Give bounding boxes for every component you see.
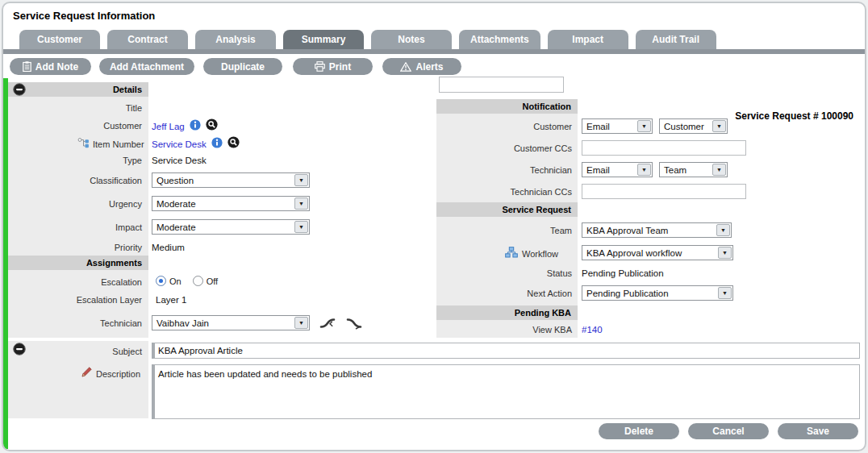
- alerts-button[interactable]: Alerts: [382, 58, 461, 75]
- technician-ccs-input[interactable]: [582, 184, 746, 199]
- chevron-down-icon: ▼: [294, 317, 308, 329]
- toolbar: Add Note Add Attachment Duplicate Print …: [3, 54, 865, 78]
- print-label: Print: [329, 61, 351, 73]
- alerts-label: Alerts: [415, 61, 443, 73]
- team-select[interactable]: KBA Approval Team ▼: [582, 222, 732, 238]
- print-button[interactable]: Print: [293, 58, 373, 75]
- delete-button[interactable]: Delete: [599, 423, 679, 439]
- type-label: Type: [3, 156, 142, 165]
- tab-notes[interactable]: Notes: [371, 30, 452, 49]
- service-request-number: Service Request # 100090: [735, 110, 853, 122]
- duplicate-button[interactable]: Duplicate: [203, 58, 282, 75]
- collapse-details-icon[interactable]: [13, 83, 26, 96]
- chevron-down-icon: ▼: [294, 174, 308, 186]
- urgency-value: Moderate: [152, 199, 294, 209]
- impact-select[interactable]: Moderate ▼: [152, 219, 310, 235]
- tab-strip: Customer Contract Analysis Summary Notes…: [19, 30, 716, 49]
- next-action-select[interactable]: Pending Publication ▼: [582, 285, 733, 301]
- description-textarea[interactable]: Article has been updated and needs to be…: [152, 364, 860, 419]
- chevron-down-icon: ▼: [712, 164, 726, 176]
- urgency-label: Urgency: [3, 199, 142, 209]
- escalation-actions: [319, 315, 365, 333]
- escalation-off-radio[interactable]: Off: [193, 276, 218, 286]
- duplicate-label: Duplicate: [221, 61, 265, 73]
- tab-contract[interactable]: Contract: [107, 30, 188, 49]
- info-icon[interactable]: [211, 137, 223, 152]
- priority-value: Medium: [152, 243, 185, 252]
- escalation-radio-group: On Off: [156, 276, 218, 286]
- cancel-button[interactable]: Cancel: [688, 423, 769, 439]
- tab-attachments[interactable]: Attachments: [459, 30, 540, 49]
- technician-select[interactable]: Vaibhav Jain ▼: [152, 315, 310, 330]
- type-value: Service Desk: [152, 156, 207, 165]
- escalation-layer-value: Layer 1: [156, 295, 186, 305]
- customer-link[interactable]: Jeff Lag: [152, 122, 185, 131]
- search-icon[interactable]: [206, 118, 218, 134]
- item-hierarchy-icon: [77, 137, 90, 152]
- tab-customer[interactable]: Customer: [19, 30, 100, 49]
- status-label: Status: [436, 268, 572, 278]
- team-label: Team: [436, 226, 572, 235]
- notification-section-header: Notification: [436, 99, 578, 114]
- view-kba-link[interactable]: #140: [582, 325, 603, 335]
- service-request-window: Service Request Information Customer Con…: [2, 2, 866, 451]
- escalate-icon[interactable]: [319, 315, 338, 333]
- add-attachment-button[interactable]: Add Attachment: [99, 58, 194, 75]
- urgency-select[interactable]: Moderate ▼: [152, 196, 310, 211]
- tab-analysis[interactable]: Analysis: [195, 30, 276, 49]
- save-button[interactable]: Save: [778, 423, 858, 439]
- technician-ccs-label: Technician CCs: [436, 187, 572, 197]
- technician-method-select[interactable]: Email ▼: [582, 162, 653, 177]
- notification-top-input[interactable]: [439, 77, 564, 93]
- note-icon: [23, 61, 31, 72]
- chevron-down-icon: ▼: [718, 247, 732, 259]
- radio-unselected-icon: [193, 276, 203, 286]
- impact-value: Moderate: [152, 222, 294, 232]
- team-value: KBA Approval Team: [582, 226, 716, 235]
- chevron-down-icon: ▼: [294, 197, 308, 210]
- subject-label: Subject: [3, 347, 142, 356]
- workflow-value: KBA Approval workflow: [582, 248, 718, 258]
- add-note-button[interactable]: Add Note: [10, 58, 91, 75]
- chevron-down-icon: ▼: [712, 120, 726, 132]
- customer-value-row: Jeff Lag: [152, 118, 218, 134]
- next-action-value: Pending Publication: [582, 289, 718, 298]
- classification-select[interactable]: Question ▼: [152, 172, 310, 188]
- tab-summary[interactable]: Summary: [283, 30, 364, 49]
- technician-target-value: Team: [660, 165, 712, 175]
- right-label-column: [436, 99, 578, 338]
- customer-label: Customer: [3, 121, 142, 131]
- description-label: Description: [96, 369, 140, 379]
- escalation-on-radio[interactable]: On: [156, 276, 182, 286]
- customer-target-value: Customer: [660, 122, 712, 131]
- radio-selected-icon: [156, 276, 166, 286]
- customer-ccs-input[interactable]: [582, 140, 746, 156]
- alert-triangle-icon: [400, 62, 411, 72]
- customer-ccs-label: Customer CCs: [436, 143, 572, 153]
- search-icon[interactable]: [227, 136, 240, 152]
- deescalate-icon[interactable]: [346, 315, 365, 333]
- chevron-down-icon: ▼: [637, 120, 651, 132]
- technician-target-select[interactable]: Team ▼: [659, 162, 728, 177]
- pending-kba-section-header: Pending KBA: [436, 305, 578, 320]
- details-section-header: Details: [8, 82, 148, 97]
- priority-label: Priority: [3, 243, 142, 252]
- technician-label: Technician: [3, 318, 142, 328]
- subject-input[interactable]: [152, 343, 860, 359]
- chevron-down-icon: ▼: [718, 287, 732, 299]
- info-icon[interactable]: [190, 119, 201, 134]
- workflow-select[interactable]: KBA Approval workflow ▼: [582, 245, 733, 260]
- escalation-label: Escalation: [3, 277, 142, 287]
- title-label: Title: [3, 103, 142, 113]
- item-number-link[interactable]: Service Desk: [152, 139, 207, 149]
- tab-audit-trail[interactable]: Audit Trail: [636, 30, 716, 49]
- classification-label: Classification: [3, 176, 142, 185]
- escalation-off-label: Off: [207, 276, 218, 286]
- technician-method-value: Email: [582, 165, 637, 175]
- customer-method-select[interactable]: Email ▼: [582, 118, 653, 134]
- add-note-label: Add Note: [35, 61, 78, 73]
- chevron-down-icon: ▼: [637, 164, 651, 176]
- customer-target-select[interactable]: Customer ▼: [659, 118, 728, 134]
- chevron-down-icon: ▼: [294, 221, 308, 233]
- tab-impact[interactable]: Impact: [548, 30, 628, 49]
